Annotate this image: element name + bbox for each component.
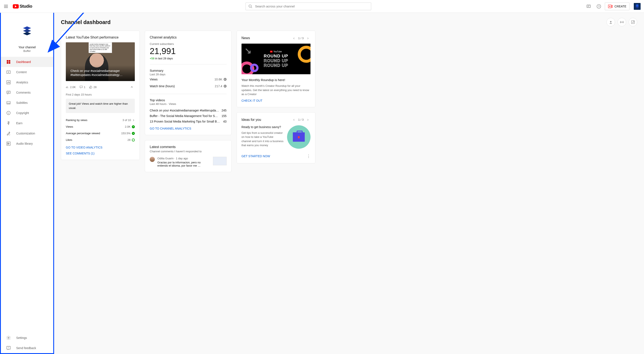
down-indicator-icon: ▾: [224, 85, 226, 88]
logo-text: Studio: [20, 4, 32, 9]
svg-point-19: [9, 135, 10, 135]
sidebar-item-copyright[interactable]: c Copyright: [1, 108, 53, 118]
svg-rect-20: [7, 142, 10, 145]
create-post-button[interactable]: [629, 18, 637, 26]
pager-prev[interactable]: ‹: [291, 117, 296, 122]
create-label: CREATE: [614, 5, 626, 8]
ideas-subtitle: Ready to get business savvy?: [242, 125, 284, 129]
sidebar-item-label: Comments: [16, 91, 31, 94]
news-link[interactable]: CHECK IT OUT: [242, 99, 310, 102]
thumb-note: social media managers now that they have…: [88, 42, 112, 53]
sidebar-item-audio[interactable]: Audio library: [1, 138, 53, 149]
short-caption: Check on your #socialmediamanager #twitt…: [66, 65, 135, 81]
create-icon: [608, 5, 613, 8]
stat-comments: 1: [80, 85, 86, 89]
card-title: Latest comments: [150, 145, 226, 149]
content-icon: [6, 69, 11, 75]
comment-meta: Odilia Guarin · 1 day ago: [158, 157, 210, 160]
collapse-toggle[interactable]: [129, 84, 135, 90]
customization-icon: [6, 131, 11, 136]
top-video-row[interactable]: 13 Proven Social Media Marketing Tips fo…: [150, 119, 226, 124]
subscribers-delta: +58 in last 28 days: [150, 57, 226, 60]
sidebar-item-comments[interactable]: Comments: [1, 87, 53, 98]
subtitles-icon: [6, 100, 11, 105]
svg-rect-9: [9, 60, 10, 62]
svg-line-3: [251, 7, 252, 8]
check-indicator-icon: ✓: [132, 138, 135, 141]
short-thumbnail[interactable]: social media managers now that they have…: [66, 42, 135, 81]
pager-next[interactable]: ›: [306, 117, 310, 122]
help-icon[interactable]: ?: [594, 2, 603, 11]
top-video-row[interactable]: Check on your #socialmediamanager #twitt…: [150, 108, 226, 113]
svg-rect-8: [7, 60, 8, 62]
sidebar-item-subtitles[interactable]: Subtitles: [1, 98, 53, 108]
go-live-button[interactable]: [618, 18, 626, 26]
sidebar-item-earn[interactable]: Earn: [1, 118, 53, 128]
dashboard-icon: [6, 59, 11, 64]
sidebar-item-label: Customization: [16, 132, 35, 135]
ideas-link[interactable]: GET STARTED NOW: [242, 154, 270, 158]
commenter-avatar: [150, 157, 155, 162]
sidebar: Your channel Buffer Dashboard Content An…: [0, 13, 54, 177]
sidebar-item-content[interactable]: Content: [1, 67, 53, 77]
ideas-description: Get tips from a successful creator on ho…: [242, 131, 284, 147]
ideas-pager: ‹ 1 / 3 ›: [291, 117, 310, 122]
account-avatar[interactable]: [634, 3, 640, 10]
copyright-icon: c: [6, 110, 11, 115]
sidebar-item-customization[interactable]: Customization: [1, 128, 53, 138]
channel-header[interactable]: Your channel Buffer: [1, 13, 53, 57]
news-image[interactable]: ↘ YouTube ROUND UP ROUND UP ROUND UP: [242, 44, 310, 74]
menu-toggle[interactable]: [4, 4, 8, 9]
card-title: News: [242, 36, 250, 40]
metric-avg-viewed: Average percentage viewed 153.5%: [66, 130, 135, 137]
pager-prev[interactable]: ‹: [291, 35, 296, 41]
search-icon: [248, 4, 252, 8]
svg-text:c: c: [8, 112, 9, 114]
card-title: Latest YouTube Short performance: [66, 35, 135, 39]
metric-ranking[interactable]: Ranking by views 3 of 10: [66, 117, 135, 123]
metric-views: Views 2.0K: [66, 123, 135, 130]
channel-analytics-card: Channel analytics Current subscribers 21…: [145, 31, 232, 135]
sidebar-item-label: Content: [16, 70, 26, 74]
search-box[interactable]: [246, 2, 371, 10]
summary-title: Summary: [150, 69, 226, 72]
sidebar-item-label: Analytics: [16, 81, 28, 84]
sidebar-item-analytics[interactable]: Analytics: [1, 77, 53, 87]
news-headline: Your Monthly Roundup is here!: [242, 78, 310, 82]
main-content: Channel dashboard Latest YouTube Short p…: [54, 13, 644, 177]
down-indicator-icon: ▾: [224, 78, 226, 81]
summary-period: Last 28 days: [150, 73, 226, 76]
top-video-row[interactable]: Buffer - The Social Media Management Too…: [150, 113, 226, 119]
earn-icon: [6, 121, 11, 126]
channel-analytics-link[interactable]: GO TO CHANNEL ANALYTICS: [150, 127, 226, 130]
svg-rect-14: [7, 91, 10, 94]
top-videos-title: Top videos: [150, 98, 226, 102]
studio-logo[interactable]: Studio: [13, 4, 32, 9]
stat-views: 2.0K: [66, 85, 76, 89]
search-input[interactable]: [255, 4, 368, 8]
pager-next[interactable]: ›: [306, 35, 310, 41]
pager-count: 1 / 3: [298, 36, 304, 40]
latest-comments-card: Latest comments Channel comments I haven…: [145, 140, 232, 172]
ideas-illustration: [287, 125, 310, 149]
subscribers-count: 21,991: [150, 46, 226, 56]
news-card: News ‹ 1 / 3 › ↘ YouTube: [236, 31, 316, 107]
card-title: Ideas for you: [242, 118, 261, 122]
ideas-card: Ideas for you ‹ 1 / 3 › Ready to get bus…: [236, 112, 316, 163]
period-label: First 2 days 15 hours: [66, 93, 135, 96]
news-pager: ‹ 1 / 3 ›: [291, 35, 310, 41]
ideas-menu[interactable]: ⋮: [307, 154, 310, 158]
chevron-up-icon: [130, 85, 133, 88]
stat-likes: 28: [89, 85, 96, 89]
comment-video-thumb: [213, 157, 226, 165]
see-comments-link[interactable]: SEE COMMENTS (1): [66, 152, 135, 155]
create-button[interactable]: CREATE: [605, 2, 630, 10]
video-analytics-link[interactable]: GO TO VIDEO ANALYTICS: [66, 146, 135, 149]
chat-icon[interactable]: [584, 2, 593, 11]
upload-button[interactable]: [606, 18, 615, 26]
sidebar-item-dashboard[interactable]: Dashboard: [1, 57, 53, 67]
summary-row-watch-time: Watch time (hours) 217.4▾: [150, 83, 226, 90]
up-indicator-icon: [132, 132, 135, 135]
comment-icon: [80, 85, 83, 88]
comment-item[interactable]: Odilia Guarin · 1 day ago Gracias por la…: [150, 157, 226, 167]
